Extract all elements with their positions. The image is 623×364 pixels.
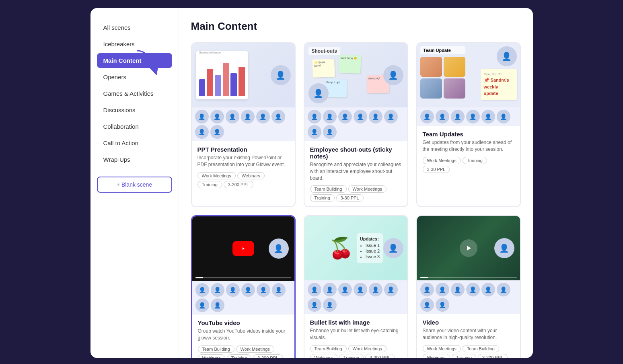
tag: Training (452, 354, 476, 358)
card-name-ppt: PPT Presentation (197, 146, 289, 153)
tag: 3-200 PPL (478, 354, 508, 358)
video-progress-bar (420, 277, 517, 278)
bullet-item: Issue 2 (366, 249, 380, 253)
photo-face-3 (420, 78, 442, 99)
tag: Webinars (310, 354, 337, 358)
card-info-ppt: PPT Presentation Incorporate your existi… (192, 141, 295, 193)
sidebar-item-games-activities[interactable]: Games & Activities (97, 86, 172, 101)
ppt-chart: Gaining Influence (196, 51, 248, 99)
card-avatars-video: 👤 👤 👤 👤 👤 👤 👤 👤 (417, 280, 520, 314)
sidebar: All scenes Icebreakers Main Content Open… (90, 8, 179, 358)
card-bullet-list[interactable]: 🍒 Updates: Issue 1 Issue 2 Issue 3 (304, 215, 408, 358)
card-preview-team-updates: Team Update 👤 Mon, Sep 21 (417, 43, 520, 107)
card-name-shoutouts: Employee shout-outs (sticky notes) (310, 146, 402, 160)
tag: Team Building (310, 345, 347, 352)
sticky-note: Well done 👏 (338, 55, 361, 74)
sidebar-item-discussions[interactable]: Discussions (97, 103, 172, 117)
card-preview-video: 👤 (417, 216, 520, 280)
modal-overlay: × All scenes Icebreakers Main Content Op… (0, 0, 623, 364)
modal-container: × All scenes Icebreakers Main Content Op… (90, 8, 533, 358)
bullet-text-box: Updates: Issue 1 Issue 2 Issue 3 (357, 233, 383, 263)
card-preview-shoutouts: Shout-outs ✨ Great work! Well done 👏 Ama… (304, 43, 407, 107)
tag: 3-30 PPL (336, 194, 364, 202)
video-progress-fill (420, 277, 428, 278)
tag: 3-200 PPL (253, 354, 283, 358)
tag: Team Building (198, 345, 234, 353)
blank-scene-button[interactable]: + Blank scene (97, 177, 172, 193)
avatar-placeholder: 👤 (497, 46, 517, 66)
youtube-play-button (232, 241, 254, 256)
card-name-video: Video (423, 319, 514, 326)
youtube-progress-bar (195, 277, 291, 278)
avatar-placeholder: 👤 (383, 238, 403, 258)
tag: Webinars (423, 354, 450, 358)
card-tags-youtube: Team Building Work Meetings Webinars Tra… (198, 345, 289, 358)
sidebar-item-wrap-ups[interactable]: Wrap-Ups (97, 152, 172, 167)
card-name-youtube: YouTube video (198, 319, 289, 326)
video-play-button (460, 239, 477, 257)
tag: Work Meetings (348, 345, 387, 352)
photo-face-1 (420, 57, 442, 77)
sidebar-item-collaboration[interactable]: Collaboration (97, 119, 172, 134)
sticky-note-team-update: Mon, Sep 21 📌 Sandra'sweeklyupdate (481, 69, 517, 100)
card-desc-ppt: Incorporate your existing PowerPoint or … (197, 154, 289, 168)
sidebar-item-call-to-action[interactable]: Call to Action (97, 136, 172, 150)
card-team-updates[interactable]: Team Update 👤 Mon, Sep 21 (416, 42, 521, 207)
shoutout-label: Shout-outs (308, 47, 340, 55)
avatar-placeholder: 👤 (494, 238, 514, 258)
bullet-header: Updates: (360, 236, 380, 241)
tag: Training (227, 354, 251, 358)
tag: Training (339, 354, 364, 358)
card-info-shoutouts: Employee shout-outs (sticky notes) Recog… (304, 141, 407, 206)
tag: Work Meetings (236, 345, 274, 353)
card-name-bullet: Bullet list with image (310, 319, 402, 326)
card-desc-team-updates: Get updates from your audience ahead of … (423, 139, 514, 153)
tag: Work Meetings (197, 172, 236, 179)
tag: Training (463, 157, 487, 164)
card-info-youtube: YouTube video Group watch YouTube videos… (192, 315, 294, 358)
card-preview-bullet: 🍒 Updates: Issue 1 Issue 2 Issue 3 (304, 216, 407, 280)
sticky-note: ✨ Great work! (312, 59, 335, 78)
tag: 3-200 PPL (365, 354, 395, 358)
avatar-placeholder: 👤 (308, 83, 329, 103)
tag: Training (310, 194, 335, 202)
card-desc-video: Share your video content with your audie… (423, 327, 514, 341)
tag: Webinars (198, 354, 225, 358)
card-desc-youtube: Group watch YouTube videos inside your g… (198, 328, 289, 341)
card-preview-youtube: 👤 (192, 216, 294, 281)
avatar-placeholder: 👤 (271, 65, 291, 85)
sidebar-item-main-content[interactable]: Main Content (97, 53, 172, 68)
card-info-bullet: Bullet list with image Enhance your bull… (304, 314, 407, 358)
card-ppt-presentation[interactable]: Gaining Influence 👤 👤 (191, 42, 296, 207)
sidebar-item-icebreakers[interactable]: Icebreakers (97, 37, 172, 51)
tag: Training (197, 181, 222, 188)
avatar-placeholder: 👤 (269, 239, 289, 259)
tag: Work Meetings (423, 157, 461, 164)
sidebar-item-openers[interactable]: Openers (97, 70, 172, 84)
card-employee-shoutouts[interactable]: Shout-outs ✨ Great work! Well done 👏 Ama… (304, 42, 408, 207)
photo-face-4 (444, 78, 465, 99)
team-update-header: Team Update (420, 46, 465, 54)
sidebar-item-all-scenes[interactable]: All scenes (97, 20, 172, 35)
card-name-team-updates: Team Updates (423, 131, 514, 138)
card-avatars-youtube: 👤 👤 👤 👤 👤 👤 👤 👤 (192, 281, 294, 315)
main-content-area: Main Content Gaining Influence (179, 8, 533, 358)
card-info-video: Video Share your video content with your… (417, 314, 520, 358)
tag: 3-200 PPL (224, 181, 253, 188)
tag: 3-30 PPL (423, 166, 450, 173)
youtube-progress-fill (195, 277, 203, 278)
card-tags-shoutouts: Team Building Work Meetings Training 3-3… (310, 185, 402, 202)
card-video[interactable]: 👤 👤 👤 👤 👤 👤 👤 👤 👤 Video (416, 215, 521, 358)
cards-grid: Gaining Influence 👤 👤 (191, 42, 521, 358)
card-desc-bullet: Enhance your bullet list with eye-catchi… (310, 327, 402, 341)
tag: Work Meetings (348, 185, 387, 193)
tag: Team Building (463, 345, 499, 352)
cherry-icon: 🍒 (329, 238, 354, 258)
bullet-item: Issue 3 (366, 254, 380, 259)
card-desc-shoutouts: Recognize and appreciate your colleagues… (310, 161, 402, 181)
card-tags-video: Work Meetings Team Building Webinars Tra… (423, 345, 514, 358)
card-youtube-video[interactable]: 👤 👤 👤 👤 👤 👤 👤 👤 👤 YouTube (191, 215, 296, 358)
bullet-item: Issue 1 (366, 243, 380, 248)
tag: Team Building (310, 185, 347, 193)
card-info-team-updates: Team Updates Get updates from your audie… (417, 126, 520, 178)
